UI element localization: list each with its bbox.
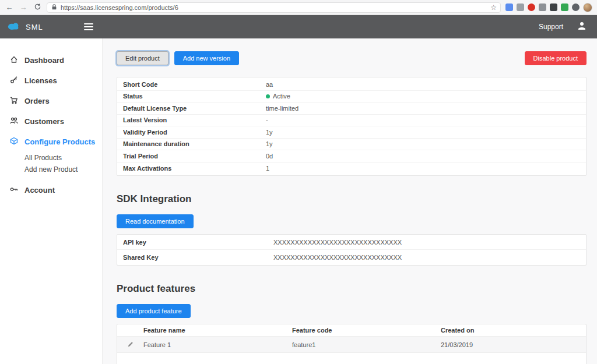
lock-icon: [51, 2, 58, 13]
edit-product-button[interactable]: Edit product: [117, 51, 168, 65]
forward-icon[interactable]: →: [19, 3, 28, 12]
table-row: Latest Version -: [117, 115, 586, 127]
detail-label: Default License Type: [123, 105, 266, 112]
extension-icon[interactable]: [550, 3, 557, 11]
page: ← → https://saas.licensespring.com/produ…: [0, 0, 597, 364]
account-key-icon: [10, 185, 18, 195]
header-right: Support: [103, 21, 597, 33]
cart-icon: [10, 96, 18, 106]
table-row: Maintenance duration 1y: [117, 139, 586, 151]
status-badge: Active: [266, 93, 290, 100]
table-row: Status Active: [117, 91, 586, 103]
header-cell-feature-code: Feature code: [289, 327, 438, 334]
cube-icon: [10, 137, 18, 147]
extension-icon[interactable]: [517, 3, 524, 11]
browser-profile-avatar[interactable]: [583, 3, 592, 12]
sidebar-item-add-new-product[interactable]: Add new Product: [0, 164, 102, 175]
detail-value: 1y: [266, 129, 273, 136]
table-header-row: Feature name Feature code Created on: [117, 324, 586, 337]
extension-icon[interactable]: [539, 3, 546, 11]
user-icon[interactable]: [577, 21, 587, 33]
created-on-cell: 21/03/2019: [438, 341, 586, 348]
sidebar-item-label: Configure Products: [24, 137, 95, 146]
toolbar: Edit product Add new version Disable pro…: [117, 51, 587, 65]
sidebar-item-label: Licenses: [24, 76, 57, 85]
sidebar-item-account[interactable]: Account: [0, 180, 102, 200]
main-content: Edit product Add new version Disable pro…: [103, 38, 597, 364]
table-row: Max Activations 1: [117, 162, 586, 175]
edit-feature-button[interactable]: [117, 341, 141, 349]
product-features-title: Product features: [117, 283, 587, 295]
cloud-logo-icon: [7, 21, 21, 33]
users-icon: [10, 116, 18, 126]
menu-icon[interactable]: [82, 21, 96, 33]
support-link[interactable]: Support: [539, 23, 563, 31]
detail-label: Max Activations: [123, 165, 266, 172]
feature-name-cell: Feature 1: [141, 341, 289, 348]
detail-label: Validity Period: [123, 129, 266, 136]
table-row: Shared Key XXXXXXXXXXXXXXXXXXXXXXXXXXXXX…: [117, 250, 586, 264]
home-icon: [10, 55, 18, 65]
sidebar-item-customers[interactable]: Customers: [0, 111, 102, 132]
table-row: Feature 1 feature1 21/03/2019: [117, 337, 586, 353]
table-row-empty: [117, 353, 586, 364]
api-key-value: XXXXXXXXXXXXXXXXXXXXXXXXXXXXXX: [273, 239, 402, 246]
sidebar-item-orders[interactable]: Orders: [0, 91, 102, 111]
header-cell-feature-name: Feature name: [141, 327, 289, 334]
browser-bar: ← → https://saas.licensespring.com/produ…: [0, 0, 597, 15]
key-icon: [10, 76, 18, 86]
table-row: Short Code aa: [117, 79, 586, 91]
sidebar-item-licenses[interactable]: Licenses: [0, 70, 102, 91]
sidebar-item-dashboard[interactable]: Dashboard: [0, 50, 102, 70]
detail-label: Maintenance duration: [123, 140, 266, 147]
detail-value: 1y: [266, 140, 273, 147]
table-row: Default License Type time-limited: [117, 103, 586, 115]
add-new-version-button[interactable]: Add new version: [174, 51, 239, 65]
brand-label: SML: [26, 23, 43, 31]
back-icon[interactable]: ←: [5, 3, 14, 12]
header-cell-created-on: Created on: [438, 327, 586, 334]
table-row: Trial Period 0d: [117, 150, 586, 162]
extension-icon[interactable]: [505, 3, 513, 11]
table-row: API key XXXXXXXXXXXXXXXXXXXXXXXXXXXXXX: [117, 235, 586, 250]
extension-icon[interactable]: [561, 3, 568, 11]
sidebar-item-all-products[interactable]: All Products: [0, 152, 102, 164]
detail-label: Status: [123, 93, 266, 100]
header-left: SML: [0, 21, 103, 33]
extension-icon[interactable]: [572, 3, 580, 11]
detail-value: aa: [266, 81, 273, 88]
sdk-label: Shared Key: [123, 254, 273, 261]
refresh-icon[interactable]: [33, 3, 42, 12]
sidebar-item-configure-products[interactable]: Configure Products: [0, 132, 102, 152]
status-text: Active: [273, 93, 290, 100]
status-dot-icon: [266, 94, 270, 98]
detail-value: time-limited: [266, 105, 298, 112]
extension-icon[interactable]: [528, 3, 535, 11]
sidebar-item-label: Orders: [24, 97, 50, 105]
read-documentation-button[interactable]: Read documentation: [117, 214, 194, 228]
disable-product-button[interactable]: Disable product: [525, 51, 587, 65]
bookmark-star-icon[interactable]: ☆: [490, 3, 497, 12]
sdk-integration-title: SDK Integration: [117, 193, 587, 205]
brand[interactable]: SML: [7, 21, 43, 33]
extensions-row: [505, 3, 592, 12]
app-header: SML Support: [0, 15, 597, 38]
features-table: Feature name Feature code Created on Fea…: [117, 324, 587, 364]
add-product-feature-button[interactable]: Add product feature: [117, 304, 191, 318]
detail-value: 1: [266, 165, 269, 172]
sidebar-item-label: Dashboard: [24, 56, 64, 65]
detail-label: Short Code: [123, 81, 266, 88]
url-text[interactable]: https://saas.licensespring.com/products/…: [61, 4, 487, 11]
detail-value: 0d: [266, 153, 273, 160]
sidebar-item-label: Account: [24, 186, 55, 195]
table-row: Validity Period 1y: [117, 126, 586, 139]
sidebar-subitem-label: Add new Product: [24, 165, 78, 174]
product-details-card: Short Code aa Status Active Default Lice…: [117, 77, 587, 176]
detail-label: Trial Period: [123, 153, 266, 160]
url-bar[interactable]: https://saas.licensespring.com/products/…: [47, 2, 501, 13]
sdk-label: API key: [123, 239, 273, 246]
pencil-icon: [127, 341, 134, 349]
shared-key-value: XXXXXXXXXXXXXXXXXXXXXXXXXXXXXX: [273, 254, 402, 261]
detail-value: -: [266, 116, 268, 123]
sidebar-subitem-label: All Products: [24, 154, 62, 162]
